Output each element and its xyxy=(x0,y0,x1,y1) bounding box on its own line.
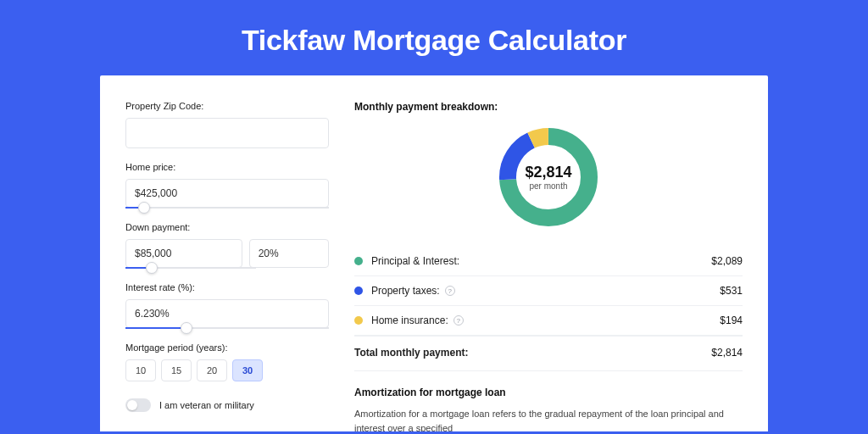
legend-label-insurance: Home insurance: ? xyxy=(371,314,720,326)
info-icon[interactable]: ? xyxy=(453,315,464,326)
breakdown-title: Monthly payment breakdown: xyxy=(354,101,743,113)
down-amount-input[interactable] xyxy=(125,239,242,268)
veteran-row: I am veteran or military xyxy=(125,398,329,412)
amortization-title: Amortization for mortgage loan xyxy=(354,387,743,398)
price-slider-thumb[interactable] xyxy=(138,202,150,214)
legend-dot-insurance xyxy=(354,316,363,325)
legend-dot-taxes xyxy=(354,287,363,295)
price-input[interactable] xyxy=(125,179,329,208)
total-value: $2,814 xyxy=(711,347,743,359)
legend-row-taxes: Property taxes: ? $531 xyxy=(354,276,743,306)
legend-text-taxes: Property taxes: xyxy=(371,285,440,297)
legend-label-principal: Principal & Interest: xyxy=(371,255,711,267)
veteran-toggle[interactable] xyxy=(125,398,151,412)
down-percent-input[interactable] xyxy=(249,239,329,268)
period-option-30[interactable]: 30 xyxy=(232,359,263,381)
period-option-10[interactable]: 10 xyxy=(125,359,156,381)
amortization-text: Amortization for a mortgage loan refers … xyxy=(354,407,743,431)
rate-slider[interactable] xyxy=(125,327,329,329)
legend-value-principal: $2,089 xyxy=(711,255,743,267)
legend-label-taxes: Property taxes: ? xyxy=(371,285,720,297)
total-label: Total monthly payment: xyxy=(354,347,711,359)
zip-field-group: Property Zip Code: xyxy=(125,101,329,148)
page-title: Tickfaw Mortgage Calculator xyxy=(0,0,868,75)
legend-dot-principal xyxy=(354,257,363,265)
down-slider-thumb[interactable] xyxy=(146,262,158,274)
price-label: Home price: xyxy=(125,162,329,172)
down-slider[interactable] xyxy=(125,267,256,269)
calculator-card: Property Zip Code: Home price: Down paym… xyxy=(100,75,768,431)
total-row: Total monthly payment: $2,814 xyxy=(354,336,743,371)
rate-label: Interest rate (%): xyxy=(125,282,329,292)
price-slider[interactable] xyxy=(125,207,329,209)
period-field-group: Mortgage period (years): 10 15 20 30 xyxy=(125,342,329,381)
donut-center: $2,814 per month xyxy=(496,125,601,230)
veteran-label: I am veteran or military xyxy=(159,400,254,410)
legend-row-principal: Principal & Interest: $2,089 xyxy=(354,247,743,276)
price-field-group: Home price: xyxy=(125,162,329,209)
donut-amount: $2,814 xyxy=(525,164,571,181)
donut-sub: per month xyxy=(529,181,567,191)
inputs-column: Property Zip Code: Home price: Down paym… xyxy=(125,101,329,431)
rate-field-group: Interest rate (%): xyxy=(125,282,329,329)
donut-chart: $2,814 per month xyxy=(496,125,601,230)
donut-chart-wrap: $2,814 per month xyxy=(354,125,743,230)
info-icon[interactable]: ? xyxy=(445,286,455,296)
period-options: 10 15 20 30 xyxy=(125,359,329,381)
down-field-group: Down payment: xyxy=(125,222,329,269)
down-label: Down payment: xyxy=(125,222,329,232)
period-option-15[interactable]: 15 xyxy=(161,359,192,381)
zip-input[interactable] xyxy=(125,118,329,148)
rate-slider-thumb[interactable] xyxy=(181,322,192,334)
period-option-20[interactable]: 20 xyxy=(197,359,227,381)
rate-slider-fill xyxy=(125,327,186,329)
legend-text-insurance: Home insurance: xyxy=(371,314,448,326)
legend-value-insurance: $194 xyxy=(720,314,743,326)
zip-label: Property Zip Code: xyxy=(125,101,329,111)
rate-input[interactable] xyxy=(125,299,329,328)
legend-value-taxes: $531 xyxy=(720,285,743,297)
breakdown-column: Monthly payment breakdown: $2,814 per mo… xyxy=(354,101,743,431)
legend-row-insurance: Home insurance: ? $194 xyxy=(354,306,743,336)
period-label: Mortgage period (years): xyxy=(125,342,329,353)
